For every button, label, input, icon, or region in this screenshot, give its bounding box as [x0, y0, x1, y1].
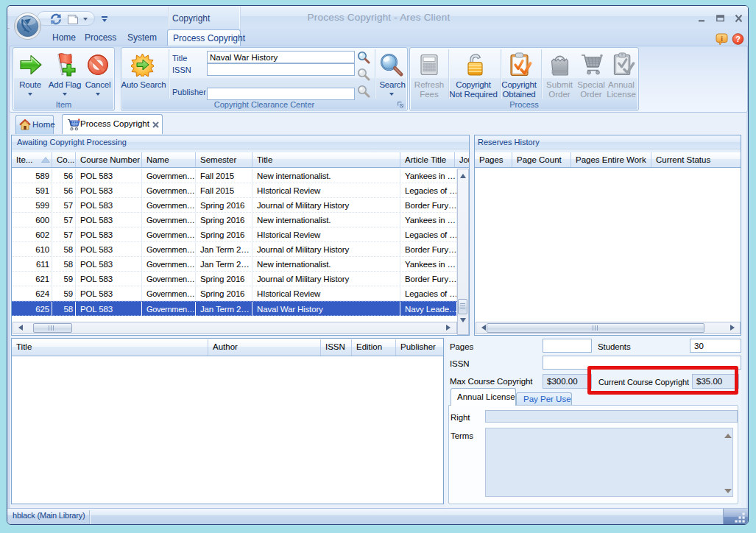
svg-text:?: ?: [735, 35, 741, 43]
svg-text:i: i: [721, 35, 723, 43]
